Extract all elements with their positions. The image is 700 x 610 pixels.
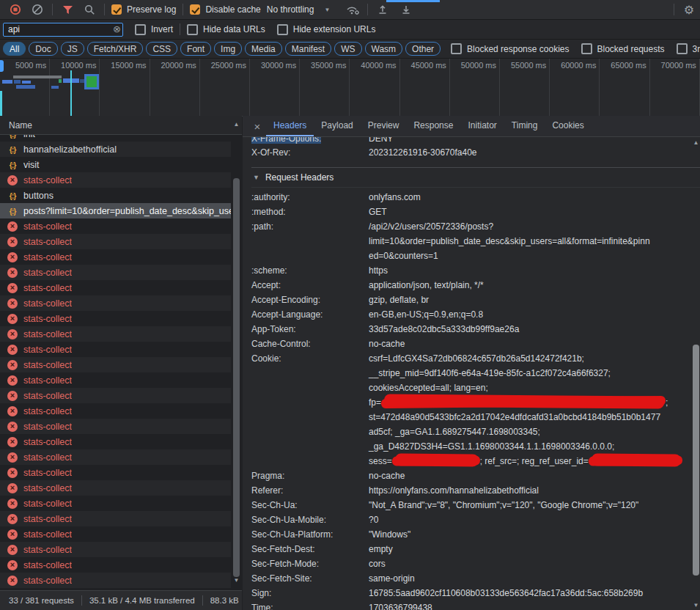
section-label: Request Headers <box>265 172 334 183</box>
request-row[interactable]: stats-collect <box>0 557 231 573</box>
type-filter-pill[interactable]: Other <box>405 42 441 56</box>
request-row[interactable]: stats-collect <box>0 265 231 280</box>
filter-checkbox[interactable]: Blocked requests <box>581 43 665 54</box>
name-column-header[interactable]: Name <box>0 116 242 135</box>
type-filter-pill[interactable]: Fetch/XHR <box>87 42 144 56</box>
header-name: Referer: <box>251 483 369 498</box>
invert-checkbox[interactable]: Invert <box>135 24 173 35</box>
request-row[interactable]: stats-collect <box>0 573 231 588</box>
request-row[interactable]: stats-collect <box>0 526 231 542</box>
request-row[interactable]: hannahelizabethofficial <box>0 142 231 157</box>
request-row[interactable]: stats-collect <box>0 357 231 372</box>
request-row[interactable]: stats-collect <box>0 326 231 342</box>
type-filter-pill[interactable]: Wasm <box>365 42 403 56</box>
request-row[interactable]: visit <box>0 157 231 172</box>
selected-request-marker <box>86 76 97 87</box>
request-row[interactable]: posts?limit=10&order=publish_date_desc&s… <box>0 203 231 218</box>
export-har-button[interactable] <box>398 1 414 18</box>
filter-checkbox[interactable]: Blocked response cookies <box>451 43 569 54</box>
filter-toggle-button[interactable] <box>59 1 75 18</box>
request-row[interactable]: stats-collect <box>0 480 231 496</box>
request-name: stats-collect <box>23 221 72 232</box>
header-name: :scheme: <box>251 263 369 278</box>
request-row[interactable]: buttons <box>0 188 231 203</box>
detail-tab[interactable]: Initiator <box>460 116 504 136</box>
hide-extension-urls-checkbox[interactable]: Hide extension URLs <box>277 24 376 35</box>
request-row[interactable]: stats-collect <box>0 342 231 357</box>
timeline-tick-label: 30000 ms <box>250 59 300 116</box>
type-filter-pill[interactable]: WS <box>334 42 361 56</box>
detail-tab[interactable]: Response <box>406 116 460 136</box>
request-row[interactable]: stats-collect <box>0 434 231 449</box>
download-icon <box>401 4 411 15</box>
import-har-button[interactable] <box>375 1 391 18</box>
detail-tab[interactable]: Payload <box>314 116 360 136</box>
request-type-icon <box>7 160 18 170</box>
search-button[interactable] <box>81 1 97 18</box>
filter-checkbox[interactable]: 3rd-party requests <box>677 43 700 54</box>
type-filter-pill[interactable]: Font <box>180 42 211 56</box>
type-filter-pill[interactable]: Doc <box>29 42 57 56</box>
detail-tab[interactable]: Headers <box>266 116 314 136</box>
request-row[interactable]: stats-collect <box>0 311 231 326</box>
throttling-dropdown[interactable]: No throttling ▼ <box>267 4 331 15</box>
request-row[interactable]: stats-collect <box>0 234 231 249</box>
request-row[interactable]: stats-collect <box>0 403 231 419</box>
header-name: App-Token: <box>251 322 369 337</box>
request-row[interactable]: stats-collect <box>0 249 231 265</box>
network-conditions-button[interactable] <box>345 1 361 18</box>
scrollbar-thumb[interactable] <box>693 345 699 576</box>
overview-range-handle[interactable] <box>0 60 4 72</box>
request-row[interactable]: stats-collect <box>0 295 231 311</box>
clear-button[interactable] <box>29 1 45 18</box>
request-row[interactable]: init <box>0 135 231 142</box>
request-row[interactable]: stats-collect <box>0 280 231 295</box>
request-row[interactable]: stats-collect <box>0 465 231 480</box>
network-overview-timeline[interactable]: 5000 ms 10000 ms 15000 ms 20000 ms 25000… <box>0 59 700 117</box>
section-header[interactable]: ▼Request Headers <box>251 167 700 188</box>
type-filter-pill[interactable]: CSS <box>146 42 177 56</box>
request-row[interactable]: stats-collect <box>0 218 231 234</box>
timeline-tick-label: 55000 ms <box>500 59 550 116</box>
request-row[interactable]: stats-collect <box>0 419 231 434</box>
close-detail-button[interactable]: × <box>248 117 266 135</box>
preserve-log-checkbox[interactable]: Preserve log <box>111 4 176 15</box>
devtools-network-panel: Preserve log Disable cache No throttling… <box>0 0 700 610</box>
filter-input[interactable] <box>3 23 123 37</box>
redaction-scribble <box>392 455 480 466</box>
record-button[interactable] <box>7 1 23 18</box>
clear-filter-icon[interactable]: ⊗ <box>113 24 121 34</box>
request-type-icon <box>7 514 18 524</box>
settings-button[interactable]: ⚙ <box>681 1 697 18</box>
redaction-scribble <box>589 455 682 466</box>
request-row[interactable]: stats-collect <box>0 372 231 388</box>
scrollbar-thumb[interactable] <box>233 178 240 577</box>
scroll-up-icon[interactable]: ▲ <box>232 121 241 128</box>
request-row[interactable]: stats-collect <box>0 496 231 511</box>
scroll-up-icon[interactable]: ▲ <box>692 139 700 146</box>
headers-scrollbar[interactable]: ▲ ▼ <box>692 138 700 610</box>
header-name: :method: <box>251 205 369 219</box>
toolbar-divider <box>183 4 183 15</box>
request-row[interactable]: stats-collect <box>0 542 231 557</box>
request-list-scrollbar[interactable]: ▲ ▼ <box>232 117 241 589</box>
hide-data-urls-checkbox[interactable]: Hide data URLs <box>187 24 265 35</box>
request-row[interactable]: stats-collect <box>0 511 231 526</box>
type-filter-pill[interactable]: Manifest <box>285 42 331 56</box>
type-filter-pill[interactable]: All <box>3 42 26 56</box>
detail-tabs: Headers Payload Preview Response Initiat… <box>266 116 592 136</box>
type-filter-pill[interactable]: Img <box>214 42 242 56</box>
type-filter-pill[interactable]: Media <box>245 42 282 56</box>
detail-tab[interactable]: Preview <box>361 116 407 136</box>
request-row[interactable]: stats-collect <box>0 388 231 403</box>
request-row[interactable]: stats-collect <box>0 449 231 465</box>
detail-tab[interactable]: Cookies <box>545 116 591 136</box>
request-type-icon <box>7 144 18 155</box>
request-row[interactable]: stats-collect <box>0 172 231 188</box>
disable-cache-checkbox[interactable]: Disable cache <box>190 4 260 15</box>
scroll-down-icon[interactable]: ▼ <box>692 602 700 609</box>
type-filter-pill[interactable]: JS <box>61 42 84 56</box>
scroll-down-icon[interactable]: ▼ <box>232 577 241 584</box>
request-name: stats-collect <box>23 283 72 293</box>
detail-tab[interactable]: Timing <box>504 116 545 136</box>
